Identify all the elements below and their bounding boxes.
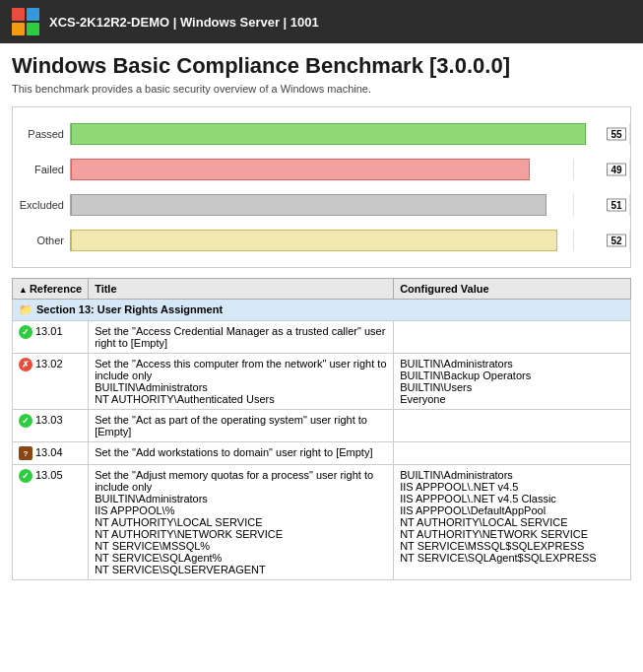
col-header-reference: ▲Reference — [13, 279, 89, 300]
chart-bar-container: 51 — [70, 194, 630, 216]
ref-id: 13.03 — [35, 414, 63, 426]
compliance-table: ▲Reference Title Configured Value 📁Secti… — [12, 278, 631, 580]
table-row: ✓13.03Set the "Act as part of the operat… — [13, 410, 631, 442]
header-title: XCS-2K12R2-DEMO | Windows Server | 1001 — [49, 15, 319, 30]
configured-value-cell — [394, 321, 631, 354]
chart-bar — [71, 194, 547, 216]
status-pass-icon: ✓ — [19, 325, 32, 339]
configured-value-cell: BUILTIN\Administrators BUILTIN\Backup Op… — [394, 354, 631, 410]
configured-value-cell: BUILTIN\Administrators IIS APPPOOL\.NET … — [394, 465, 631, 580]
chart-row-failed: Failed49 — [13, 153, 630, 186]
chart-value-badge: 52 — [607, 235, 626, 247]
table-row: ✓13.01Set the "Access Credential Manager… — [13, 321, 631, 354]
app-header: XCS-2K12R2-DEMO | Windows Server | 1001 — [0, 0, 643, 43]
title-cell: Set the "Access this computer from the n… — [89, 354, 394, 410]
ref-id: 13.05 — [35, 469, 63, 481]
status-pass-icon: ✓ — [19, 469, 32, 483]
status-other-icon: ? — [19, 446, 32, 460]
main-content: Windows Basic Compliance Benchmark [3.0.… — [0, 43, 643, 590]
chart-row-passed: Passed55 — [13, 117, 630, 151]
status-pass-icon: ✓ — [19, 414, 32, 428]
ref-cell: ✓13.05 — [13, 465, 89, 580]
ref-id: 13.02 — [35, 358, 63, 370]
compliance-chart: Passed55Failed49Excluded51Other52 — [12, 106, 631, 268]
title-cell: Set the "Add workstations to domain" use… — [89, 442, 394, 465]
ref-cell: ✗13.02 — [13, 354, 89, 410]
title-cell: Set the "Adjust memory quotas for a proc… — [89, 465, 394, 580]
page-title: Windows Basic Compliance Benchmark [3.0.… — [12, 53, 631, 79]
chart-bar-container: 55 — [70, 123, 630, 145]
chart-row-other: Other52 — [13, 224, 630, 257]
chart-bar — [71, 230, 557, 251]
ref-id: 13.01 — [35, 325, 63, 337]
chart-bar-container: 49 — [70, 159, 630, 180]
col-header-configured: Configured Value — [394, 279, 631, 300]
col-header-title: Title — [89, 279, 394, 300]
sort-icon: ▲ — [19, 285, 28, 295]
title-cell: Set the "Access Credential Manager as a … — [89, 321, 394, 354]
chart-bar — [71, 123, 586, 145]
chart-label: Passed — [13, 128, 70, 140]
table-row: ✗13.02Set the "Access this computer from… — [13, 354, 631, 410]
ref-cell: ✓13.03 — [13, 410, 89, 442]
section-title: Section 13: User Rights Assignment — [36, 303, 223, 315]
title-cell: Set the "Act as part of the operating sy… — [89, 410, 394, 442]
ref-cell: ✓13.01 — [13, 321, 89, 354]
chart-bar — [71, 159, 530, 180]
chart-label: Other — [13, 235, 70, 246]
section-header-row: 📁Section 13: User Rights Assignment — [13, 300, 631, 321]
chart-bar-container: 52 — [70, 230, 630, 251]
table-row: ✓13.05Set the "Adjust memory quotas for … — [13, 465, 631, 580]
chart-value-badge: 55 — [607, 128, 626, 141]
page-subtitle: This benchmark provides a basic security… — [12, 83, 631, 95]
ref-id: 13.04 — [35, 446, 63, 458]
status-fail-icon: ✗ — [19, 358, 32, 371]
chart-value-badge: 49 — [607, 164, 626, 176]
folder-icon: 📁 — [19, 303, 32, 315]
configured-value-cell — [394, 442, 631, 465]
chart-value-badge: 51 — [607, 199, 626, 212]
chart-label: Failed — [13, 164, 70, 175]
configured-value-cell — [394, 410, 631, 442]
chart-label: Excluded — [13, 199, 70, 211]
ref-cell: ?13.04 — [13, 442, 89, 465]
app-logo-icon — [12, 8, 39, 35]
chart-row-excluded: Excluded51 — [13, 188, 630, 222]
table-row: ?13.04Set the "Add workstations to domai… — [13, 442, 631, 465]
